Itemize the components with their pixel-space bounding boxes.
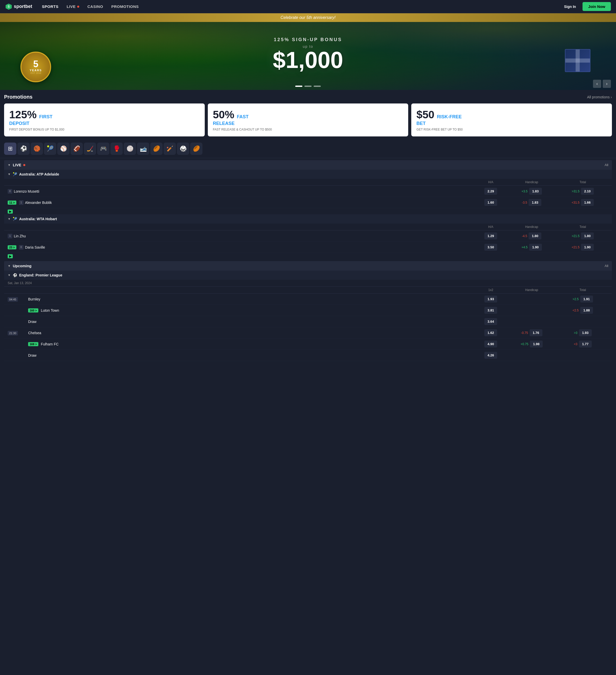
handicap-odds-p1[interactable]: 1.83: [529, 188, 542, 195]
upcoming-section-title: ▼ Upcoming: [8, 264, 31, 268]
league-premier-league[interactable]: ▼ ⚽ England: Premier League: [4, 271, 612, 280]
ha-odds-p1[interactable]: 2.29: [484, 188, 497, 195]
live-section-title: ▼ LIVE: [8, 163, 25, 167]
sport-icon-mma[interactable]: 🥋: [177, 143, 189, 155]
joinnow-button[interactable]: Join Now: [583, 2, 611, 11]
league-wta-hobart[interactable]: ▼ 🎾 Australia: WTA Hobart: [4, 214, 612, 224]
handicap-odds-t2[interactable]: 1.98: [530, 341, 543, 348]
pl-match2-team2-row: 169 > Fulham FC 4.90 +0.75 1.98 <3 1.77: [4, 339, 612, 350]
total-odds-p1[interactable]: 1.80: [581, 232, 594, 239]
league-atp-adelaide[interactable]: ▼ 🎾 Australia: ATP Adelaide: [4, 170, 612, 179]
wta-match1-p1-row: 1 Lin Zhu 1.29 -4.5 1.80 >21.5 1.80: [4, 230, 612, 242]
all-promotions-link[interactable]: All promotions ›: [587, 95, 612, 99]
live-all-link[interactable]: All: [605, 163, 608, 167]
total-odds-t2[interactable]: 1.88: [580, 307, 593, 314]
score-badge: 169 >: [28, 342, 38, 346]
header: S sportbet SPORTS LIVE CASINO PROMOTIONS…: [0, 0, 616, 13]
handicap-odds-p2[interactable]: 1.83: [529, 199, 541, 206]
atp-match1-p1-row: 0 Lorenzo Musetti 2.29 +3.5 1.83 >31.5 2…: [4, 186, 612, 197]
sport-icon-esports[interactable]: 🎮: [97, 143, 110, 155]
handicap-label-t2: +0.75: [521, 342, 528, 346]
ha-odds-p2[interactable]: 3.50: [484, 244, 497, 251]
banner-dot-2[interactable]: [304, 86, 312, 87]
chevron-right-icon: ›: [611, 95, 612, 99]
1x2-odds-team2[interactable]: 4.90: [484, 341, 497, 348]
sport-icon-baseball[interactable]: ⚾: [57, 143, 70, 155]
total-label-t1: >3: [574, 331, 577, 335]
nav-sports[interactable]: SPORTS: [38, 3, 62, 10]
logo[interactable]: S sportbet: [5, 3, 32, 10]
player2-name: Daria Saville: [25, 245, 45, 249]
tv-icon[interactable]: ▶: [8, 210, 13, 214]
banner-dot-1[interactable]: [295, 86, 302, 87]
signin-button[interactable]: Sign In: [560, 3, 580, 11]
draw-label: Draw: [28, 353, 475, 358]
sport-icon-all[interactable]: ⊞: [4, 143, 16, 155]
sport-icon-basketball[interactable]: 🏀: [31, 143, 43, 155]
sport-icon-rugby2[interactable]: 🏉: [190, 143, 202, 155]
player1-name: Lorenzo Musetti: [14, 189, 40, 194]
live-section: ▼ LIVE All ▼ 🎾 Australia: ATP Adelaide H…: [0, 160, 616, 259]
promo-card-1[interactable]: 50% FASTRELEASE FAST RELEASE & CASHOUT U…: [208, 103, 408, 136]
soccer-icon: ⚽: [13, 273, 17, 277]
1x2-odds-team1[interactable]: 1.93: [484, 296, 497, 302]
medal-years: YEARS: [30, 69, 42, 72]
tv-icon[interactable]: ▶: [8, 254, 13, 258]
upcoming-section-header[interactable]: ▼ Upcoming All: [4, 261, 612, 271]
1x2-odds-draw[interactable]: 3.64: [484, 318, 497, 325]
sport-icon-football[interactable]: 🏈: [71, 143, 83, 155]
1x2-odds-draw[interactable]: 4.26: [484, 352, 497, 359]
handicap-odds-t1[interactable]: 1.76: [530, 329, 542, 336]
nav-casino[interactable]: CASINO: [84, 3, 107, 10]
1x2-odds-team1[interactable]: 1.62: [484, 329, 497, 336]
sport-icon-boxing[interactable]: 🥊: [111, 143, 123, 155]
sport-icon-skiing[interactable]: 🎿: [137, 143, 149, 155]
ha-odds-p2[interactable]: 1.60: [484, 199, 497, 206]
promo-amount-1: 50%: [213, 108, 234, 121]
anniversary-medal: 5 YEARS EST. 2018: [20, 52, 51, 82]
banner-prev-button[interactable]: ‹: [593, 80, 601, 88]
sport-icon-hockey[interactable]: 🏒: [84, 143, 96, 155]
promotions-section: Promotions All promotions › 125% FIRSTDE…: [0, 90, 616, 141]
live-section-header[interactable]: ▼ LIVE All: [4, 160, 612, 170]
banner-nav: ‹ ›: [593, 80, 611, 88]
banner-next-button[interactable]: ›: [603, 80, 611, 88]
sport-icon-tennis[interactable]: 🎾: [44, 143, 56, 155]
1x2-odds-team2[interactable]: 3.81: [484, 307, 497, 314]
banner-dot-3[interactable]: [314, 86, 321, 87]
pl-match2-draw-row: Draw 4.26: [4, 350, 612, 361]
pl-match1-draw-row: Draw 3.64: [4, 316, 612, 327]
total-odds-p2[interactable]: 1.90: [581, 244, 594, 251]
player-seed: 1: [8, 234, 12, 238]
total-label-p2: <21.5: [572, 245, 579, 249]
sport-icon-soccer[interactable]: ⚽: [17, 143, 30, 155]
promo-desc-2: GET RISK-FREE BET UP TO $50: [416, 128, 607, 131]
medal-est: EST. 2018: [30, 72, 41, 74]
promotions-title: Promotions: [4, 94, 32, 100]
handicap-label-p1: -4.5: [522, 234, 527, 238]
pl-match1-team1-row: 04:45 Burnley 1.93 >2.5 1.91: [4, 294, 612, 305]
handicap-odds-p1[interactable]: 1.80: [529, 232, 541, 239]
promo-card-0[interactable]: 125% FIRSTDEPOSIT FIRST DEPOSIT BONUS UP…: [4, 103, 205, 136]
sport-icon-cricket[interactable]: 🏏: [163, 143, 176, 155]
main-nav: SPORTS LIVE CASINO PROMOTIONS: [38, 3, 560, 10]
nav-live[interactable]: LIVE: [63, 3, 83, 10]
sport-icon-volleyball[interactable]: 🏐: [124, 143, 136, 155]
promo-card-2[interactable]: $50 RISK-FREEBET GET RISK-FREE BET UP TO…: [411, 103, 612, 136]
handicap-odds-p2[interactable]: 1.90: [529, 244, 542, 251]
upcoming-all-link[interactable]: All: [605, 264, 608, 268]
ha-odds-p1[interactable]: 1.29: [484, 232, 497, 239]
hero-banner: Celebrate our 5th anniversary! 125% SIGN…: [0, 13, 616, 90]
handicap-label-t1: -0.75: [521, 331, 528, 335]
total-odds-t2[interactable]: 1.77: [579, 341, 592, 348]
upcoming-section: ▼ Upcoming All ▼ ⚽ England: Premier Leag…: [0, 261, 616, 361]
score-badge: 160 >: [28, 308, 38, 312]
total-odds-t1[interactable]: 1.93: [579, 329, 592, 336]
sport-icon-rugby[interactable]: 🏉: [150, 143, 162, 155]
pl-col-headers: 1x2 Handicap Total: [4, 287, 612, 294]
nav-promotions[interactable]: PROMOTIONS: [108, 3, 142, 10]
total-odds-t1[interactable]: 1.91: [580, 296, 593, 302]
banner-gift: [565, 49, 596, 85]
total-odds-p1[interactable]: 2.10: [581, 188, 594, 195]
total-odds-p2[interactable]: 1.66: [581, 199, 594, 206]
